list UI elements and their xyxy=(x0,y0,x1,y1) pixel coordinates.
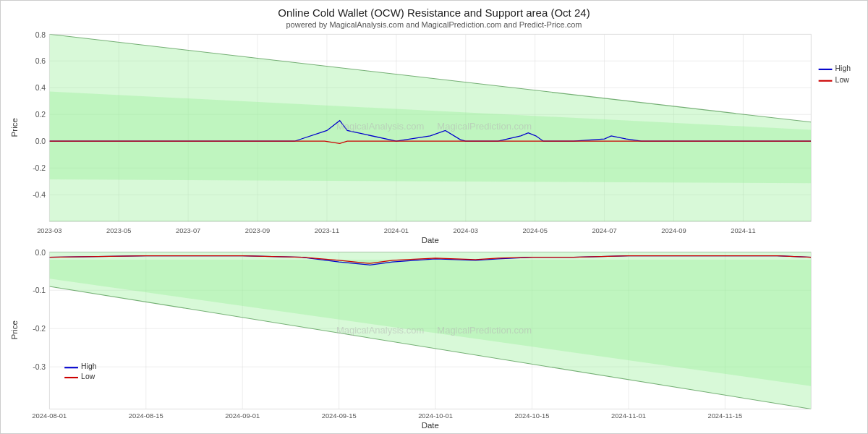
bottom-chart-wrapper: 0.0 -0.1 -0.2 -0.3 2024-08-01 2024-08-15… xyxy=(8,248,860,432)
svg-text:2024-11-15: 2024-11-15 xyxy=(707,412,742,420)
svg-text:2024-11: 2024-11 xyxy=(731,226,755,234)
svg-rect-46 xyxy=(819,69,833,70)
svg-text:2024-01: 2024-01 xyxy=(384,226,409,234)
svg-text:2024-09-15: 2024-09-15 xyxy=(322,412,357,420)
svg-text:High: High xyxy=(81,362,97,370)
svg-text:0.0: 0.0 xyxy=(35,248,46,257)
svg-rect-84 xyxy=(64,367,78,368)
svg-text:-0.4: -0.4 xyxy=(33,191,46,199)
charts-area: 0.8 0.6 0.4 0.2 0.0 -0.2 -0.4 2023-03 20… xyxy=(1,30,867,434)
main-container: Online Cold Wallet (OCW) Resistance and … xyxy=(0,0,868,434)
svg-text:0.4: 0.4 xyxy=(35,84,46,92)
svg-rect-48 xyxy=(819,80,833,82)
svg-text:2024-09-01: 2024-09-01 xyxy=(225,412,260,420)
svg-text:Date: Date xyxy=(422,236,439,244)
top-chart-wrapper: 0.8 0.6 0.4 0.2 0.0 -0.2 -0.4 2023-03 20… xyxy=(8,30,860,244)
svg-text:2024-05: 2024-05 xyxy=(522,226,547,234)
subtitle: powered by MagicalAnalysis.com and Magic… xyxy=(1,20,867,29)
svg-text:High: High xyxy=(835,64,851,72)
svg-text:-0.1: -0.1 xyxy=(33,286,46,294)
svg-text:2023-11: 2023-11 xyxy=(315,226,339,234)
svg-rect-86 xyxy=(64,377,78,378)
svg-text:2024-10-01: 2024-10-01 xyxy=(418,412,453,420)
svg-text:2023-05: 2023-05 xyxy=(106,226,131,234)
svg-text:-0.2: -0.2 xyxy=(33,324,46,333)
top-chart-svg: 0.8 0.6 0.4 0.2 0.0 -0.2 -0.4 2023-03 20… xyxy=(8,30,860,244)
svg-text:Low: Low xyxy=(81,372,95,380)
svg-text:0.2: 0.2 xyxy=(35,111,46,119)
svg-text:Low: Low xyxy=(835,76,850,84)
svg-text:2024-03: 2024-03 xyxy=(454,226,478,234)
svg-text:-0.2: -0.2 xyxy=(33,164,46,172)
svg-text:2024-10-15: 2024-10-15 xyxy=(515,412,550,420)
svg-text:2023-03: 2023-03 xyxy=(37,226,61,234)
svg-text:Price: Price xyxy=(10,320,19,340)
main-title: Online Cold Wallet (OCW) Resistance and … xyxy=(1,7,867,19)
svg-text:2023-09: 2023-09 xyxy=(245,226,270,234)
svg-text:Price: Price xyxy=(10,118,19,137)
svg-text:2024-08-01: 2024-08-01 xyxy=(32,412,67,420)
svg-text:2023-07: 2023-07 xyxy=(176,226,200,234)
svg-text:2024-07: 2024-07 xyxy=(592,226,616,234)
svg-text:-0.3: -0.3 xyxy=(33,362,46,371)
svg-text:2024-11-01: 2024-11-01 xyxy=(611,412,646,420)
title-area: Online Cold Wallet (OCW) Resistance and … xyxy=(1,1,867,30)
svg-text:0.8: 0.8 xyxy=(35,30,46,38)
svg-text:2024-09: 2024-09 xyxy=(661,226,686,234)
bottom-chart-svg: 0.0 -0.1 -0.2 -0.3 2024-08-01 2024-08-15… xyxy=(8,248,860,432)
svg-text:0.6: 0.6 xyxy=(35,57,46,65)
svg-text:2024-08-15: 2024-08-15 xyxy=(129,412,163,420)
svg-text:0.0: 0.0 xyxy=(35,137,46,145)
svg-text:Date: Date xyxy=(422,421,439,430)
